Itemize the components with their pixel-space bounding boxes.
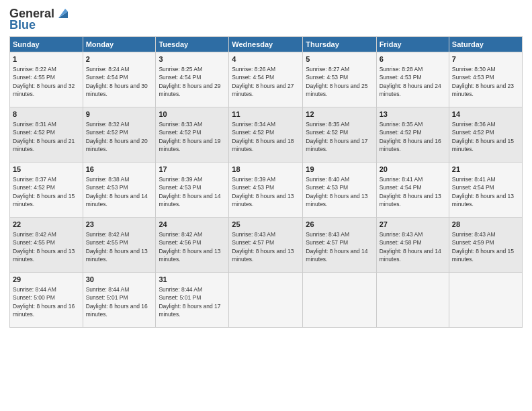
daylight-text: Daylight: 8 hours and 15 minutes.	[452, 138, 514, 152]
day-number: 7	[452, 54, 519, 64]
sunrise-text: Sunrise: 8:31 AM	[13, 121, 56, 128]
sunrise-text: Sunrise: 8:26 AM	[232, 66, 275, 73]
day-number: 2	[86, 54, 153, 64]
calendar-cell: 21Sunrise: 8:41 AMSunset: 4:54 PMDayligh…	[449, 163, 522, 218]
daylight-text: Daylight: 8 hours and 29 minutes.	[159, 83, 220, 97]
sunrise-text: Sunrise: 8:25 AM	[159, 66, 202, 73]
day-number: 15	[13, 165, 80, 175]
daylight-text: Daylight: 8 hours and 13 minutes.	[306, 193, 367, 208]
logo: General Blue	[9, 7, 71, 32]
day-number: 14	[452, 109, 519, 120]
daylight-text: Daylight: 8 hours and 30 minutes.	[86, 83, 148, 97]
daylight-text: Daylight: 8 hours and 14 minutes.	[306, 248, 367, 263]
calendar-cell: 9Sunrise: 8:32 AMSunset: 4:52 PMDaylight…	[83, 107, 156, 163]
daylight-text: Daylight: 8 hours and 16 minutes.	[86, 303, 148, 318]
sunrise-text: Sunrise: 8:41 AM	[452, 176, 496, 183]
day-number: 21	[452, 165, 519, 175]
sunset-text: Sunset: 5:01 PM	[159, 294, 201, 301]
weekday-header-saturday: Saturday	[449, 37, 522, 52]
calendar-cell: 10Sunrise: 8:33 AMSunset: 4:52 PMDayligh…	[156, 107, 229, 163]
sunset-text: Sunset: 4:57 PM	[306, 239, 348, 246]
daylight-text: Daylight: 8 hours and 24 minutes.	[380, 83, 441, 97]
sunset-text: Sunset: 5:01 PM	[86, 294, 128, 301]
daylight-text: Daylight: 8 hours and 13 minutes.	[159, 248, 220, 263]
calendar-cell: 8Sunrise: 8:31 AMSunset: 4:52 PMDaylight…	[10, 107, 83, 163]
calendar-cell: 22Sunrise: 8:42 AMSunset: 4:55 PMDayligh…	[10, 218, 83, 273]
sunrise-text: Sunrise: 8:43 AM	[380, 231, 423, 238]
sunrise-text: Sunrise: 8:28 AM	[380, 66, 423, 73]
day-number: 16	[86, 165, 153, 175]
calendar-cell: 5Sunrise: 8:27 AMSunset: 4:53 PMDaylight…	[303, 52, 376, 107]
logo-icon	[56, 6, 71, 21]
sunrise-text: Sunrise: 8:44 AM	[159, 286, 202, 293]
day-number: 8	[13, 109, 80, 120]
sunset-text: Sunset: 4:53 PM	[86, 184, 128, 191]
calendar-cell: 23Sunrise: 8:42 AMSunset: 4:55 PMDayligh…	[83, 218, 156, 273]
sunset-text: Sunset: 4:55 PM	[86, 239, 128, 246]
sunset-text: Sunset: 4:55 PM	[13, 239, 55, 246]
day-number: 19	[306, 165, 373, 175]
day-number: 24	[159, 220, 226, 230]
calendar-week-row: 15Sunrise: 8:37 AMSunset: 4:52 PMDayligh…	[10, 163, 523, 218]
sunrise-text: Sunrise: 8:30 AM	[452, 66, 496, 73]
sunset-text: Sunset: 4:55 PM	[13, 74, 55, 81]
sunset-text: Sunset: 4:58 PM	[380, 239, 422, 246]
day-number: 28	[452, 220, 519, 230]
calendar-cell: 29Sunrise: 8:44 AMSunset: 5:00 PMDayligh…	[10, 273, 83, 328]
calendar-cell: 7Sunrise: 8:30 AMSunset: 4:53 PMDaylight…	[449, 52, 522, 107]
daylight-text: Daylight: 8 hours and 32 minutes.	[13, 83, 75, 97]
daylight-text: Daylight: 8 hours and 13 minutes.	[232, 248, 294, 263]
daylight-text: Daylight: 8 hours and 14 minutes.	[380, 248, 441, 263]
sunset-text: Sunset: 4:57 PM	[232, 239, 274, 246]
sunset-text: Sunset: 4:52 PM	[232, 129, 274, 136]
sunrise-text: Sunrise: 8:35 AM	[306, 121, 349, 128]
daylight-text: Daylight: 8 hours and 18 minutes.	[232, 138, 294, 152]
calendar-cell	[449, 273, 522, 328]
calendar-cell	[303, 273, 376, 328]
daylight-text: Daylight: 8 hours and 13 minutes.	[13, 248, 75, 263]
sunrise-text: Sunrise: 8:39 AM	[159, 176, 202, 183]
day-number: 27	[380, 220, 446, 230]
day-number: 17	[159, 165, 226, 175]
day-number: 1	[13, 54, 80, 64]
sunrise-text: Sunrise: 8:34 AM	[232, 121, 275, 128]
calendar-cell: 4Sunrise: 8:26 AMSunset: 4:54 PMDaylight…	[229, 52, 303, 107]
sunset-text: Sunset: 4:53 PM	[380, 74, 422, 81]
daylight-text: Daylight: 8 hours and 25 minutes.	[306, 83, 367, 97]
daylight-text: Daylight: 8 hours and 15 minutes.	[13, 193, 75, 208]
sunset-text: Sunset: 4:52 PM	[13, 129, 55, 136]
day-number: 30	[86, 275, 153, 285]
daylight-text: Daylight: 8 hours and 16 minutes.	[13, 303, 75, 318]
weekday-header-friday: Friday	[376, 37, 449, 52]
sunrise-text: Sunrise: 8:33 AM	[159, 121, 202, 128]
calendar-cell: 18Sunrise: 8:39 AMSunset: 4:53 PMDayligh…	[229, 163, 303, 218]
sunset-text: Sunset: 4:53 PM	[232, 184, 274, 191]
sunrise-text: Sunrise: 8:36 AM	[452, 121, 496, 128]
calendar-cell: 28Sunrise: 8:43 AMSunset: 4:59 PMDayligh…	[449, 218, 522, 273]
day-number: 10	[159, 109, 226, 120]
sunrise-text: Sunrise: 8:37 AM	[13, 176, 56, 183]
calendar-cell: 16Sunrise: 8:38 AMSunset: 4:53 PMDayligh…	[83, 163, 156, 218]
sunset-text: Sunset: 4:52 PM	[452, 129, 494, 136]
day-number: 18	[232, 165, 300, 175]
sunset-text: Sunset: 5:00 PM	[13, 294, 55, 301]
calendar-cell: 17Sunrise: 8:39 AMSunset: 4:53 PMDayligh…	[156, 163, 229, 218]
daylight-text: Daylight: 8 hours and 14 minutes.	[86, 193, 148, 208]
sunset-text: Sunset: 4:52 PM	[159, 129, 201, 136]
calendar-week-row: 8Sunrise: 8:31 AMSunset: 4:52 PMDaylight…	[10, 107, 523, 163]
calendar-cell: 3Sunrise: 8:25 AMSunset: 4:54 PMDaylight…	[156, 52, 229, 107]
weekday-header-monday: Monday	[83, 37, 156, 52]
calendar-cell: 6Sunrise: 8:28 AMSunset: 4:53 PMDaylight…	[376, 52, 449, 107]
day-number: 31	[159, 275, 226, 285]
weekday-header-tuesday: Tuesday	[156, 37, 229, 52]
daylight-text: Daylight: 8 hours and 23 minutes.	[452, 83, 514, 97]
daylight-text: Daylight: 8 hours and 27 minutes.	[232, 83, 294, 97]
sunrise-text: Sunrise: 8:41 AM	[380, 176, 423, 183]
calendar-week-row: 29Sunrise: 8:44 AMSunset: 5:00 PMDayligh…	[10, 273, 523, 328]
sunset-text: Sunset: 4:54 PM	[380, 184, 422, 191]
sunset-text: Sunset: 4:53 PM	[159, 184, 201, 191]
sunset-text: Sunset: 4:52 PM	[13, 184, 55, 191]
calendar-cell: 2Sunrise: 8:24 AMSunset: 4:54 PMDaylight…	[83, 52, 156, 107]
sunrise-text: Sunrise: 8:43 AM	[306, 231, 349, 238]
day-number: 5	[306, 54, 373, 64]
